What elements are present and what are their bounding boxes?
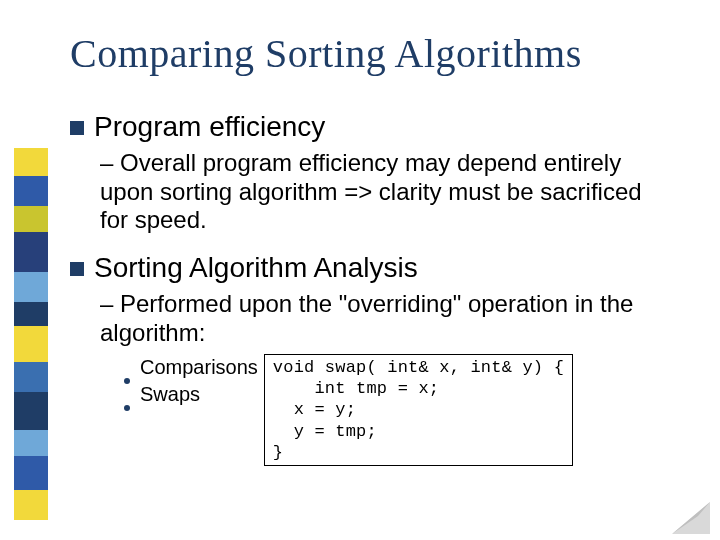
deco-block bbox=[14, 206, 48, 232]
dot-bullet-icon bbox=[124, 378, 130, 384]
deco-block bbox=[14, 490, 48, 520]
sub-bullet-text: – Overall program efficiency may depend … bbox=[100, 149, 670, 234]
list-item: Comparisons bbox=[124, 354, 258, 381]
deco-block bbox=[14, 456, 48, 490]
deco-block bbox=[14, 148, 48, 176]
slide-title: Comparing Sorting Algorithms bbox=[70, 30, 680, 77]
list-item: Swaps bbox=[124, 381, 258, 408]
bullet-program-efficiency: Program efficiency bbox=[70, 111, 680, 143]
sub-bullet-text: – Performed upon the "overriding" operat… bbox=[100, 290, 680, 348]
bullet-label: Program efficiency bbox=[94, 111, 325, 143]
deco-block bbox=[14, 176, 48, 206]
deco-block bbox=[14, 430, 48, 456]
slide: Comparing Sorting Algorithms Program eff… bbox=[0, 0, 720, 540]
square-bullet-icon bbox=[70, 121, 84, 135]
deco-block bbox=[14, 392, 48, 430]
deco-block bbox=[14, 362, 48, 392]
deco-block bbox=[14, 326, 48, 362]
bullet-sorting-analysis: Sorting Algorithm Analysis bbox=[70, 252, 680, 284]
bullet-label: Sorting Algorithm Analysis bbox=[94, 252, 418, 284]
list-item-label: Swaps bbox=[140, 381, 200, 408]
deco-block bbox=[14, 272, 48, 302]
side-decoration bbox=[14, 148, 48, 520]
sub-items-row: Comparisons Swaps void swap( int& x, int… bbox=[124, 354, 680, 466]
code-snippet: void swap( int& x, int& y) { int tmp = x… bbox=[264, 354, 573, 466]
deco-block bbox=[14, 302, 48, 326]
square-bullet-icon bbox=[70, 262, 84, 276]
list-item-label: Comparisons bbox=[140, 354, 258, 381]
sub-items-col: Comparisons Swaps bbox=[124, 354, 258, 408]
dot-bullet-icon bbox=[124, 405, 130, 411]
deco-block bbox=[14, 232, 48, 272]
page-curl-icon bbox=[672, 502, 710, 534]
